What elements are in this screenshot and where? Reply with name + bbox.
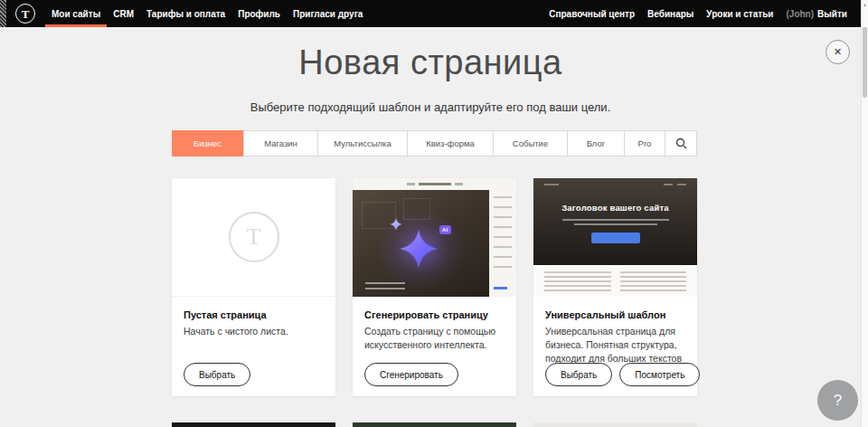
preview-blue-control bbox=[494, 287, 507, 289]
tab-event[interactable]: Событие bbox=[493, 131, 567, 156]
user-block: (John) Выйти bbox=[779, 0, 854, 27]
tab-business[interactable]: Бизнес bbox=[172, 130, 243, 157]
topbar-nav-left: Мои сайты CRM Тарифы и оплата Профиль Пр… bbox=[45, 0, 369, 27]
card-title: Сгенерировать страницу bbox=[364, 309, 505, 320]
template-card-partial-1[interactable] bbox=[172, 422, 335, 427]
greeked-text bbox=[574, 223, 657, 225]
template-card-universal: Заголовок вашего сайта Универсальный шаб… bbox=[533, 178, 697, 396]
scrollbar[interactable]: ▲ bbox=[861, 0, 868, 427]
watermark-letter: T bbox=[247, 223, 261, 251]
greeked-text bbox=[664, 184, 673, 185]
card-buttons: Выбрать Посмотреть bbox=[545, 363, 700, 386]
nav-webinars[interactable]: Вебинары bbox=[641, 0, 700, 27]
preview-browser-bar bbox=[353, 178, 516, 190]
preview-hero: Заголовок вашего сайта bbox=[533, 178, 697, 265]
template-category-tabs: Бизнес Магазин Мультиссылка Квиз-форма С… bbox=[172, 130, 697, 157]
preview-text-section bbox=[533, 265, 697, 297]
card-description: Начать с чистого листа. bbox=[184, 325, 324, 338]
help-icon: ? bbox=[834, 392, 842, 410]
preview-heading: Заголовок вашего сайта bbox=[533, 203, 697, 213]
preview-nav bbox=[544, 184, 686, 185]
blank-template-preview[interactable]: T bbox=[172, 178, 335, 297]
card-description: Создать страницу с помощью искусственног… bbox=[364, 325, 505, 352]
card-buttons: Сгенерировать bbox=[364, 363, 458, 386]
card-title: Пустая страница bbox=[184, 309, 324, 320]
preview-settings-panel bbox=[489, 190, 516, 297]
preview-photo-frame bbox=[403, 198, 430, 220]
nav-crm[interactable]: CRM bbox=[107, 0, 140, 27]
greeked-text-block bbox=[365, 282, 405, 289]
close-button[interactable]: ✕ bbox=[826, 40, 850, 64]
page-subtitle: Выберите подходящий шаблон и адаптируйте… bbox=[0, 100, 861, 114]
greeked-text-block bbox=[494, 196, 512, 269]
select-blank-button[interactable]: Выбрать bbox=[184, 363, 250, 386]
greeked-text-block bbox=[620, 271, 687, 291]
tilda-watermark-icon: T bbox=[229, 212, 279, 262]
card-buttons: Выбрать bbox=[184, 363, 250, 386]
topbar: T Мои сайты CRM Тарифы и оплата Профиль … bbox=[0, 0, 861, 27]
nav-profile[interactable]: Профиль bbox=[231, 0, 287, 27]
tab-blog[interactable]: Блог bbox=[567, 131, 624, 156]
ai-template-preview[interactable]: AI bbox=[353, 178, 516, 297]
window-edge-texture bbox=[0, 0, 6, 27]
greeked-text-block bbox=[544, 271, 611, 291]
tab-multilink[interactable]: Мультиссылка bbox=[317, 131, 407, 156]
topbar-nav-right: Справочный центр Вебинары Уроки и статьи… bbox=[542, 0, 854, 27]
ai-sparkle-icon bbox=[399, 229, 439, 269]
template-cards-row-partial bbox=[172, 422, 697, 427]
nav-lessons[interactable]: Уроки и статьи bbox=[700, 0, 779, 27]
template-card-partial-2[interactable] bbox=[353, 422, 516, 427]
nav-help-center[interactable]: Справочный центр bbox=[542, 0, 641, 27]
generate-button[interactable]: Сгенерировать bbox=[364, 363, 458, 386]
nav-my-sites[interactable]: Мои сайты bbox=[45, 0, 107, 27]
select-universal-button[interactable]: Выбрать bbox=[545, 363, 612, 386]
card-title: Универсальный шаблон bbox=[545, 309, 685, 320]
greeked-text bbox=[677, 184, 686, 185]
new-page-dialog: T Мои сайты CRM Тарифы и оплата Профиль … bbox=[0, 0, 868, 427]
tilda-logo-letter: T bbox=[22, 8, 30, 20]
template-card-partial-3[interactable] bbox=[533, 422, 697, 427]
page-title: Новая страница bbox=[0, 43, 861, 82]
greeked-text bbox=[544, 184, 559, 185]
tab-quiz-form[interactable]: Квиз-форма bbox=[407, 131, 493, 156]
nav-tariffs[interactable]: Тарифы и оплата bbox=[140, 0, 231, 27]
template-card-ai: AI Сгенерировать страницу Создать страни… bbox=[353, 178, 516, 396]
logout-link[interactable]: Выйти bbox=[814, 0, 847, 28]
template-cards-row: T Пустая страница Начать с чистого листа… bbox=[172, 178, 697, 396]
scroll-up-arrow[interactable]: ▲ bbox=[862, 0, 868, 7]
greeked-text bbox=[407, 183, 415, 185]
greeked-text bbox=[455, 183, 463, 185]
greeked-text bbox=[562, 219, 669, 221]
universal-template-preview[interactable]: Заголовок вашего сайта bbox=[533, 178, 697, 297]
close-icon: ✕ bbox=[834, 46, 842, 58]
tilda-logo[interactable]: T bbox=[15, 4, 35, 24]
preview-nav-links bbox=[664, 184, 686, 185]
greeked-text bbox=[419, 183, 451, 185]
tab-search[interactable] bbox=[665, 131, 696, 156]
scrollbar-thumb[interactable] bbox=[863, 27, 867, 98]
template-card-blank: T Пустая страница Начать с чистого листа… bbox=[172, 178, 335, 396]
view-universal-button[interactable]: Посмотреть bbox=[619, 363, 700, 386]
tab-shop[interactable]: Магазин bbox=[243, 131, 317, 156]
preview-cta-button bbox=[591, 232, 640, 243]
help-button[interactable]: ? bbox=[817, 380, 858, 421]
user-name: (John) bbox=[786, 0, 814, 28]
ai-badge: AI bbox=[439, 225, 451, 234]
search-icon bbox=[675, 138, 687, 149]
nav-invite-friend[interactable]: Пригласи друга bbox=[287, 0, 369, 27]
tab-pro[interactable]: Pro bbox=[624, 131, 665, 156]
